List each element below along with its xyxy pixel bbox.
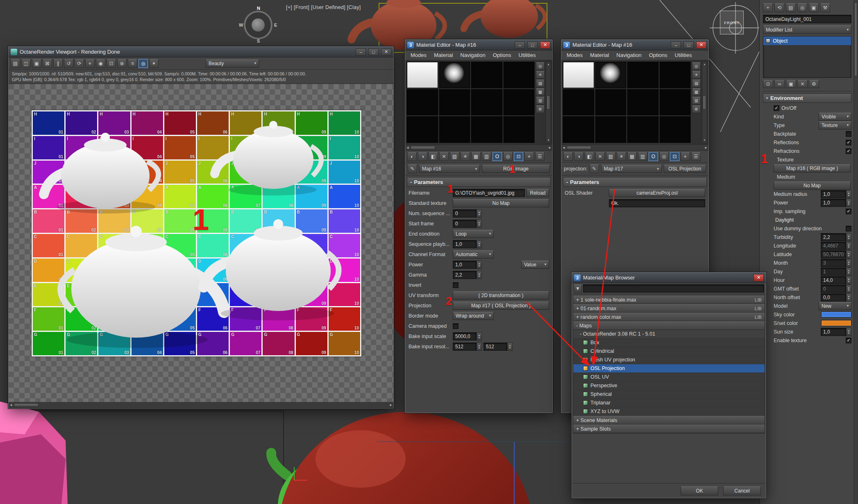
delete-map-icon[interactable]: ✕ — [595, 152, 605, 161]
checkbox[interactable]: ✓ — [846, 148, 851, 154]
dropdown[interactable]: Wrap around▼ — [453, 312, 494, 320]
parameters-rollout[interactable]: - Parameters — [563, 177, 707, 187]
video-check-icon[interactable]: ▥ — [482, 152, 491, 161]
video-color-icon[interactable]: ▥ — [536, 97, 545, 104]
stack-item-object[interactable]: Object — [763, 36, 851, 45]
spinner-value[interactable]: 4,4667 — [821, 242, 846, 250]
dropdown[interactable]: Loop▼ — [453, 230, 494, 238]
browser-item-octanerender-3-08-rc-1-5-01[interactable]: - OctaneRender 3.08 RC 1 - 5.01 — [573, 330, 765, 338]
motion-tab-icon[interactable]: ◎ — [797, 3, 807, 12]
spinner-arrows[interactable]: ▴▾ — [846, 233, 851, 241]
pick-from-object-icon[interactable]: ✎ — [590, 164, 599, 173]
browser-item-osl-projection[interactable]: OSL Projection — [573, 364, 765, 373]
spinner-arrows[interactable]: ▴▾ — [846, 276, 851, 284]
camera-icon[interactable]: ◉ — [96, 59, 105, 68]
titlebar[interactable]: OctaneRender Viewport - Rendering Done –… — [9, 47, 393, 57]
cancel-button[interactable]: Cancel — [723, 486, 761, 495]
close-button[interactable]: ✕ — [696, 41, 706, 49]
spinner-value[interactable]: 2,2 — [821, 233, 846, 241]
dropdown[interactable]: Value▼ — [521, 261, 549, 269]
tiling-icon[interactable]: ▦ — [471, 152, 481, 161]
reload-button[interactable]: Reload — [527, 189, 549, 197]
maximize-button[interactable]: □ — [368, 48, 379, 56]
modifier-list-dropdown[interactable]: Modifier List▼ — [763, 25, 851, 34]
render-canvas[interactable]: H01H02H03H04H05H06H07H08H09H10I01I02I03I… — [9, 84, 393, 402]
spinner-value[interactable]: 3 — [821, 259, 846, 267]
file-menu-icon[interactable]: ▤ — [11, 59, 20, 68]
minimize-button[interactable]: – — [671, 41, 681, 49]
browser-item-spherical[interactable]: Spherical — [573, 390, 765, 399]
titlebar[interactable]: 3 Material Editor - Map #16 – □ ✕ — [561, 40, 708, 50]
spinner-arrows[interactable]: ▴▾ — [846, 328, 851, 336]
material-slot[interactable] — [660, 62, 691, 88]
material-slot[interactable] — [595, 62, 626, 88]
display-tab-icon[interactable]: ▣ — [809, 3, 819, 12]
spinner-arrows[interactable]: ▴▾ — [846, 250, 851, 259]
material-slot[interactable] — [504, 116, 535, 143]
material-slot[interactable] — [660, 116, 691, 143]
map-name-dropdown[interactable]: Map #17▼ — [601, 165, 662, 173]
viewport-display-icon[interactable]: ⊡ — [670, 152, 679, 161]
pattern-background-icon[interactable]: ▨ — [692, 79, 701, 87]
modify-tab-icon[interactable]: ⟲ — [774, 3, 784, 12]
create-tab-icon[interactable]: + — [763, 3, 773, 12]
material-slot[interactable] — [627, 89, 658, 116]
dropdown[interactable]: Texture▼ — [819, 121, 851, 129]
browser-item-sample-slots[interactable]: + Sample Slots — [573, 425, 765, 433]
material-slot[interactable] — [439, 116, 470, 143]
slots-hscrollbar[interactable]: ◄► — [405, 145, 552, 151]
octane-node-icon[interactable]: O — [493, 152, 502, 161]
pick-from-object-icon[interactable]: ✎ — [408, 164, 417, 173]
checkbox[interactable]: ✓ — [846, 140, 851, 145]
map-name-dropdown[interactable]: Map #16▼ — [419, 165, 480, 173]
pattern-background-icon[interactable]: ▨ — [536, 79, 545, 87]
assign-material-icon[interactable]: ◧ — [585, 152, 594, 161]
browser-item-perspective[interactable]: Perspective — [573, 381, 765, 390]
options-icon[interactable]: ⚙ — [536, 105, 545, 113]
spinner-arrows[interactable]: ▴▾ — [477, 343, 482, 351]
spinner-value[interactable]: 0,0 — [821, 293, 846, 302]
material-slot[interactable] — [471, 116, 502, 143]
spinner-arrows[interactable]: ▴▾ — [477, 261, 482, 269]
render-pass-dropdown[interactable]: Beauty▼ — [206, 59, 259, 68]
focus-picker-icon[interactable]: ⌖ — [85, 59, 95, 68]
filename-field[interactable]: G:\OTOY\ash_uvgrid01.jpg — [453, 189, 525, 197]
spinner-arrows[interactable]: ▴▾ — [477, 209, 482, 218]
tiling-icon[interactable]: ▦ — [692, 88, 701, 96]
viewcube[interactable]: FRONT — [720, 11, 744, 34]
checkbox[interactable]: ✓ — [846, 209, 851, 214]
spinner-value[interactable]: 512 — [483, 343, 507, 351]
material-slot[interactable] — [439, 89, 470, 116]
spinner-arrows[interactable]: ▴▾ — [846, 293, 851, 302]
material-slot[interactable] — [504, 89, 535, 116]
material-slot[interactable] — [563, 89, 594, 116]
zoom-icon[interactable]: ⊕ — [117, 59, 127, 68]
spinner-arrows[interactable]: ▴▾ — [477, 332, 482, 341]
parameters-rollout[interactable]: - Parameters — [407, 177, 551, 187]
spinner-value[interactable]: 0 — [821, 285, 846, 293]
search-input[interactable] — [583, 284, 764, 293]
backlight-icon[interactable]: ☀ — [692, 71, 701, 79]
backlight-icon[interactable]: ☀ — [617, 152, 626, 161]
material-slot[interactable] — [407, 89, 438, 116]
slots-vscrollbar[interactable]: ▴▾ — [702, 61, 707, 143]
save-image-icon[interactable]: ◫ — [21, 59, 31, 68]
delete-map-icon[interactable]: ✕ — [439, 152, 449, 161]
lock-image-icon[interactable]: ⊠ — [43, 59, 52, 68]
material-slot[interactable] — [660, 89, 691, 116]
hierarchy-tab-icon[interactable]: ▤ — [786, 3, 796, 12]
checkbox[interactable] — [846, 226, 851, 232]
spinner-arrows[interactable]: ▴▾ — [477, 271, 482, 279]
browser-item-osl-uv[interactable]: OSL UV — [573, 373, 765, 381]
viewport-compass[interactable]: N W S E — [240, 7, 277, 43]
video-color-icon[interactable]: ▥ — [692, 97, 701, 104]
material-slot[interactable] — [407, 116, 438, 143]
pick-material-icon[interactable]: ⌖ — [681, 152, 690, 161]
configure-modifier-icon[interactable]: ⚙ — [809, 80, 819, 88]
browser-item-xyz-to-uvw[interactable]: XYZ to UVW — [573, 407, 765, 416]
dropdown[interactable]: Automatic▼ — [453, 250, 494, 259]
restart-render-icon[interactable]: ↺ — [64, 59, 73, 68]
menu-modes[interactable]: Modes — [563, 51, 586, 59]
menu-utilities[interactable]: Utilities — [515, 51, 540, 59]
layers-icon[interactable]: ≡ — [128, 59, 137, 68]
